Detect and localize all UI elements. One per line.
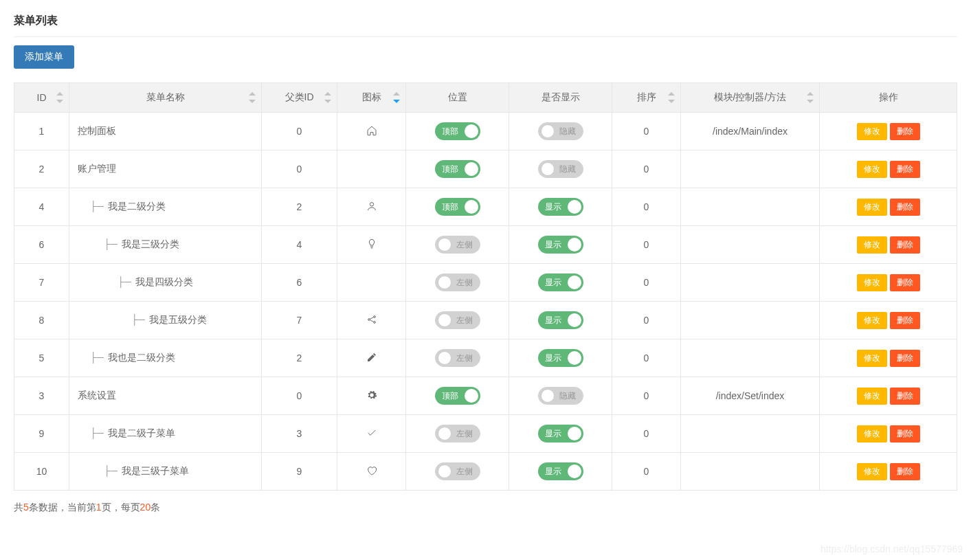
col-sort[interactable]: 排序: [612, 83, 681, 113]
table-row: 10├─ 我是三级子菜单9左侧显示0修改删除: [14, 453, 957, 491]
col-name[interactable]: 菜单名称: [69, 83, 262, 113]
cell-icon: [337, 302, 406, 339]
delete-button[interactable]: 删除: [890, 463, 920, 480]
col-id[interactable]: ID: [14, 83, 69, 113]
cell-icon: [337, 415, 406, 453]
sort-icon[interactable]: [807, 92, 814, 103]
position-toggle[interactable]: 顶部: [435, 122, 480, 140]
add-menu-button[interactable]: 添加菜单: [14, 45, 74, 69]
cell-action: 修改删除: [820, 453, 957, 491]
sort-icon[interactable]: [324, 92, 331, 103]
position-toggle[interactable]: 顶部: [435, 387, 480, 405]
position-toggle[interactable]: 左侧: [435, 462, 480, 480]
edit-button[interactable]: 修改: [857, 123, 887, 140]
delete-button[interactable]: 删除: [890, 388, 920, 405]
cell-id: 3: [14, 377, 69, 415]
sort-icon[interactable]: [668, 92, 675, 103]
visible-toggle[interactable]: 隐藏: [538, 387, 583, 405]
edit-button[interactable]: 修改: [857, 161, 887, 178]
delete-button[interactable]: 删除: [890, 350, 920, 367]
col-module[interactable]: 模块/控制器/方法: [681, 83, 820, 113]
delete-button[interactable]: 删除: [890, 274, 920, 291]
cell-action: 修改删除: [820, 150, 957, 188]
position-toggle[interactable]: 左侧: [435, 349, 480, 367]
table-row: 8├─ 我是五级分类7左侧显示0修改删除: [14, 302, 957, 339]
cell-action: 修改删除: [820, 264, 957, 302]
visible-toggle[interactable]: 显示: [538, 425, 583, 443]
home-icon: [366, 127, 377, 138]
cell-name: ├─ 我也是二级分类: [69, 339, 262, 377]
cell-action: 修改删除: [820, 226, 957, 264]
col-parent-id[interactable]: 父类ID: [262, 83, 337, 113]
cell-sort: 0: [612, 339, 681, 377]
col-position: 位置: [406, 83, 509, 113]
cell-sort: 0: [612, 415, 681, 453]
cell-module: [681, 339, 820, 377]
edit-button[interactable]: 修改: [857, 350, 887, 367]
table-row: 2账户管理0顶部隐藏0修改删除: [14, 150, 957, 188]
cell-sort: 0: [612, 453, 681, 491]
cell-parent-id: 6: [262, 264, 337, 302]
delete-button[interactable]: 删除: [890, 425, 920, 443]
cell-name: ├─ 我是二级分类: [69, 188, 262, 226]
cell-icon: [337, 150, 406, 188]
cell-icon: [337, 188, 406, 226]
edit-button[interactable]: 修改: [857, 199, 887, 216]
visible-toggle[interactable]: 显示: [538, 236, 583, 254]
delete-button[interactable]: 删除: [890, 236, 920, 254]
cell-sort: 0: [612, 226, 681, 264]
sort-icon[interactable]: [56, 92, 63, 103]
cell-module: [681, 453, 820, 491]
table-row: 3系统设置0顶部隐藏0/index/Set/index修改删除: [14, 377, 957, 415]
visible-toggle[interactable]: 隐藏: [538, 122, 583, 140]
table-row: 4├─ 我是二级分类2顶部显示0修改删除: [14, 188, 957, 226]
visible-toggle[interactable]: 显示: [538, 349, 583, 367]
position-toggle[interactable]: 顶部: [435, 198, 480, 216]
position-toggle[interactable]: 左侧: [435, 236, 480, 254]
cell-id: 5: [14, 339, 69, 377]
cell-action: 修改删除: [820, 339, 957, 377]
cell-icon: [337, 377, 406, 415]
cell-module: [681, 264, 820, 302]
cell-position: 左侧: [406, 226, 509, 264]
col-icon[interactable]: 图标: [337, 83, 406, 113]
delete-button[interactable]: 删除: [890, 161, 920, 178]
cell-icon: [337, 453, 406, 491]
edit-button[interactable]: 修改: [857, 463, 887, 480]
sort-icon[interactable]: [393, 92, 400, 103]
cell-position: 顶部: [406, 150, 509, 188]
sort-icon[interactable]: [249, 92, 256, 103]
visible-toggle[interactable]: 显示: [538, 311, 583, 329]
cell-visible: 显示: [509, 415, 612, 453]
cell-id: 4: [14, 188, 69, 226]
edit-button[interactable]: 修改: [857, 274, 887, 291]
delete-button[interactable]: 删除: [890, 312, 920, 329]
edit-button[interactable]: 修改: [857, 388, 887, 405]
delete-button[interactable]: 删除: [890, 123, 920, 140]
svg-point-3: [373, 321, 375, 323]
edit-button[interactable]: 修改: [857, 425, 887, 443]
delete-button[interactable]: 删除: [890, 199, 920, 216]
visible-toggle[interactable]: 显示: [538, 198, 583, 216]
bulb-icon: [366, 240, 377, 251]
pagination-info: 共5条数据，当前第1页，每页20条: [14, 502, 957, 514]
cell-id: 10: [14, 453, 69, 491]
position-toggle[interactable]: 左侧: [435, 311, 480, 329]
position-toggle[interactable]: 顶部: [435, 160, 480, 178]
cell-position: 左侧: [406, 339, 509, 377]
edit-button[interactable]: 修改: [857, 312, 887, 329]
edit-button[interactable]: 修改: [857, 236, 887, 254]
position-toggle[interactable]: 左侧: [435, 425, 480, 443]
visible-toggle[interactable]: 显示: [538, 462, 583, 480]
position-toggle[interactable]: 左侧: [435, 273, 480, 291]
cell-sort: 0: [612, 264, 681, 302]
visible-toggle[interactable]: 隐藏: [538, 160, 583, 178]
cell-name: ├─ 我是二级子菜单: [69, 415, 262, 453]
cell-position: 顶部: [406, 188, 509, 226]
cell-parent-id: 0: [262, 377, 337, 415]
cell-name: 系统设置: [69, 377, 262, 415]
cell-parent-id: 3: [262, 415, 337, 453]
visible-toggle[interactable]: 显示: [538, 273, 583, 291]
cell-visible: 隐藏: [509, 377, 612, 415]
cell-visible: 显示: [509, 264, 612, 302]
